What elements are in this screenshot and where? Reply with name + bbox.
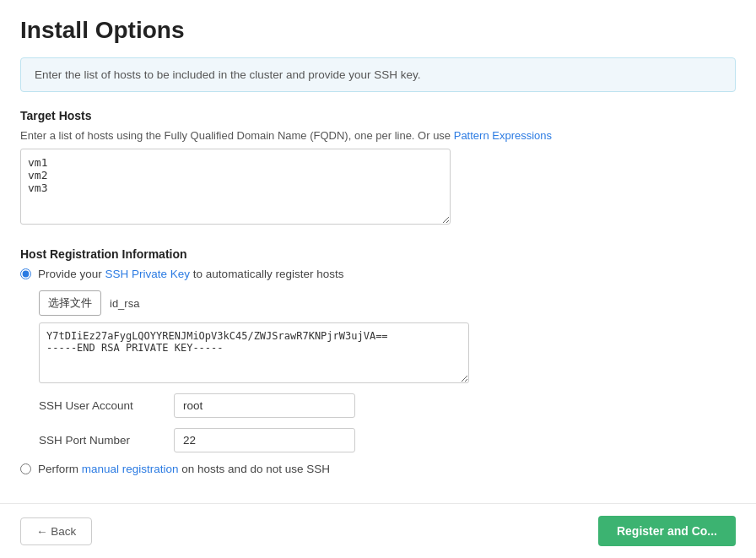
ssh-key-radio-row: Provide your SSH Private Key to automati…: [20, 268, 736, 280]
ssh-private-key-link[interactable]: SSH Private Key: [105, 268, 191, 280]
ssh-key-label: Provide your SSH Private Key to automati…: [38, 268, 343, 280]
ssh-port-row: SSH Port Number: [39, 428, 736, 452]
manual-registration-link[interactable]: manual registration: [82, 463, 179, 475]
host-registration-title: Host Registration Information: [20, 247, 736, 261]
target-hosts-section: Target Hosts Enter a list of hosts using…: [20, 109, 736, 227]
ssh-port-input[interactable]: [174, 428, 355, 452]
target-hosts-title: Target Hosts: [20, 109, 736, 122]
file-row: 选择文件 id_rsa: [39, 290, 736, 316]
page-container: Install Options Enter the list of hosts …: [0, 0, 756, 558]
choose-file-button[interactable]: 选择文件: [39, 290, 101, 316]
bottom-bar: ← Back Register and Co...: [0, 503, 756, 558]
host-registration-section: Host Registration Information Provide yo…: [20, 247, 736, 475]
target-hosts-desc-text: Enter a list of hosts using the Fully Qu…: [20, 129, 454, 142]
ssh-key-textarea[interactable]: Y7tDIiEz27aFygLQOYYRENJMiOpV3kC45/ZWJSra…: [39, 322, 469, 383]
ssh-user-label: SSH User Account: [39, 399, 174, 412]
pattern-expressions-link[interactable]: Pattern Expressions: [454, 129, 552, 142]
manual-reg-label: Perform manual registration on hosts and…: [38, 463, 330, 475]
ssh-user-row: SSH User Account: [39, 393, 736, 418]
register-button[interactable]: Register and Co...: [598, 516, 736, 546]
back-button[interactable]: ← Back: [20, 517, 92, 545]
info-banner: Enter the list of hosts to be included i…: [20, 57, 736, 92]
hosts-textarea[interactable]: vm1 vm2 vm3: [20, 149, 451, 225]
page-title: Install Options: [20, 17, 736, 44]
ssh-key-radio[interactable]: [20, 268, 31, 279]
ssh-user-input[interactable]: [174, 393, 355, 418]
manual-reg-radio-row: Perform manual registration on hosts and…: [20, 463, 736, 475]
file-name: id_rsa: [110, 297, 139, 310]
ssh-port-label: SSH Port Number: [39, 434, 174, 447]
manual-reg-radio[interactable]: [20, 463, 31, 474]
target-hosts-desc: Enter a list of hosts using the Fully Qu…: [20, 129, 736, 142]
